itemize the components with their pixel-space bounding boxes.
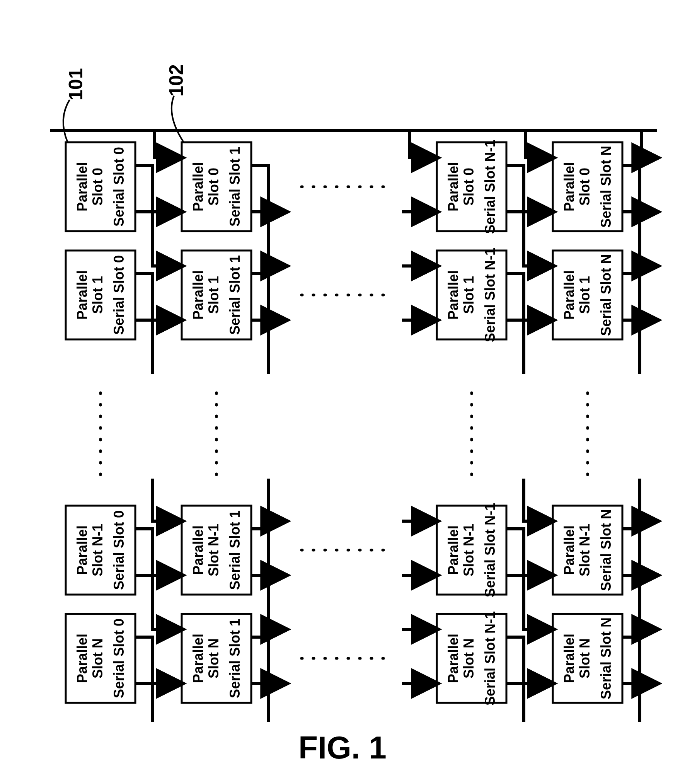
cell-pN1-sN: ParallelSlot N-1Serial Slot N <box>553 506 622 595</box>
cell-pN1-s0: ParallelSlot N-1Serial Slot 0 <box>66 506 135 595</box>
cell-pN1-sN1: ParallelSlot N-1Serial Slot N-1 <box>437 503 506 597</box>
cell-pN-sN: ParallelSlot NSerial Slot N <box>553 614 622 703</box>
cell-p0-s0: ParallelSlot 0Serial Slot 0 <box>66 142 135 231</box>
cell-p1-s0: ParallelSlot 1Serial Slot 0 <box>66 251 135 339</box>
figure-svg: ParallelSlot 0Serial Slot 0 ParallelSlot… <box>0 0 685 784</box>
cell-pN-s0: ParallelSlot NSerial Slot 0 <box>66 614 135 703</box>
cell-p1-s1: ParallelSlot 1Serial Slot 1 <box>182 251 251 339</box>
svg-text:102: 102 <box>165 64 187 96</box>
cell-p1-sN1: ParallelSlot 1Serial Slot N-1 <box>437 248 506 342</box>
cell-pN-s1: ParallelSlot NSerial Slot 1 <box>182 614 251 703</box>
cell-p1-sN: ParallelSlot 1Serial Slot N <box>553 251 622 339</box>
cell-pN-sN1: ParallelSlot NSerial Slot N-1 <box>437 611 506 706</box>
figure-caption: FIG. 1 <box>298 730 387 765</box>
cell-p0-sN1: ParallelSlot 0Serial Slot N-1 <box>437 140 506 234</box>
cell-p0-sN: ParallelSlot 0Serial Slot N <box>553 142 622 231</box>
ellipses <box>101 187 588 658</box>
cell-pN1-s1: ParallelSlot N-1Serial Slot 1 <box>182 506 251 595</box>
svg-text:101: 101 <box>65 68 87 100</box>
cell-p0-s1: ParallelSlot 0Serial Slot 1 <box>182 142 251 231</box>
